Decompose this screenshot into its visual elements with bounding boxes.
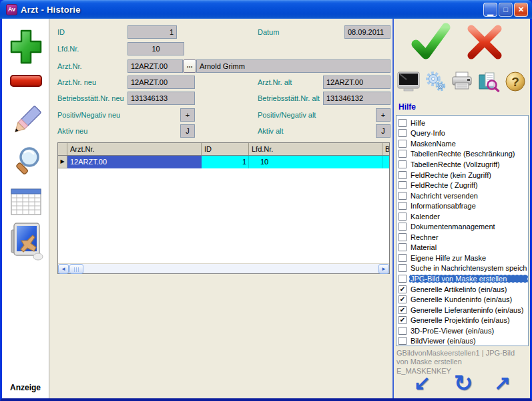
aktiv-neu-field[interactable]: J	[180, 124, 195, 138]
edit-button[interactable]	[7, 100, 45, 142]
row-marker-icon[interactable]: ▶	[58, 156, 67, 168]
checkbox-icon[interactable]	[398, 202, 407, 210]
delete-button[interactable]	[7, 72, 45, 91]
id-field[interactable]: 1	[127, 25, 177, 39]
checklist-item[interactable]: 3D-ProE-Viewer (ein/aus)	[396, 325, 528, 336]
checkbox-icon[interactable]	[398, 119, 407, 127]
title-bar[interactable]: Av Arzt - Historie ▁ □ ✕	[0, 0, 532, 19]
grid-cell-b[interactable]	[382, 156, 389, 168]
checkbox-icon[interactable]	[398, 192, 407, 200]
checklist-item-label: MaskenName	[409, 140, 457, 148]
arzt-name-field[interactable]: Arnold Grimm	[196, 59, 390, 73]
betriebsstaett-neu-field[interactable]: 131346133	[127, 92, 195, 105]
checklist-item[interactable]: Generelle Projektinfo (ein/aus)	[396, 315, 528, 325]
checklist-item[interactable]: Generelle Artikelinfo (ein/aus)	[396, 284, 528, 295]
checkbox-icon[interactable]	[398, 264, 407, 272]
grid-cell-lfdnr[interactable]: 10	[249, 156, 382, 168]
screen-view-button[interactable]	[397, 71, 420, 92]
grid-header-lfdnr[interactable]: Lfd.Nr.	[249, 143, 382, 155]
search-button[interactable]	[7, 146, 45, 183]
checklist-item[interactable]: Hilfe	[396, 118, 528, 128]
settings-button[interactable]	[424, 71, 447, 92]
grid-cell-arztnr[interactable]: 12ARZT.00	[67, 156, 202, 168]
positiv-negativ-alt-label: Positiv/Negativ alt	[258, 108, 316, 122]
positiv-negativ-alt-field[interactable]: +	[376, 108, 390, 122]
ok-button[interactable]	[410, 23, 451, 64]
aktiv-alt-field[interactable]: J	[376, 124, 390, 138]
checklist-item-label: Informationsabfrage	[409, 202, 477, 210]
datum-field[interactable]: 08.09.2011	[344, 25, 390, 39]
grid-header-id[interactable]: ID	[202, 143, 249, 155]
add-icon	[9, 27, 43, 68]
lfdnr-label: Lfd.Nr.	[57, 42, 79, 55]
checkbox-icon[interactable]	[398, 213, 407, 221]
checklist-item[interactable]: Generelle Lieferanteninfo (ein/aus)	[396, 305, 528, 315]
positiv-negativ-neu-field[interactable]: +	[180, 108, 195, 122]
scrollbar-thumb[interactable]	[69, 264, 83, 274]
checklist-item[interactable]: Eigene Hilfe zur Maske	[396, 253, 528, 263]
checklist-item-label: FeldRechte ( Zugriff)	[409, 181, 479, 189]
grid-cell-id[interactable]: 1	[202, 156, 249, 168]
checklist-item[interactable]: BildViewer (ein/aus)	[396, 336, 528, 346]
checklist-item[interactable]: Dokumentenmanagement	[396, 221, 528, 232]
checkbox-icon[interactable]	[398, 150, 407, 158]
add-button[interactable]	[7, 27, 45, 68]
scroll-right-icon[interactable]: ►	[378, 264, 389, 274]
checklist-item[interactable]: Rechner	[396, 232, 528, 243]
checkbox-icon[interactable]	[398, 140, 407, 148]
checklist-item[interactable]: Kalender	[396, 211, 528, 222]
maximize-button[interactable]: □	[499, 3, 513, 17]
arztnr-field[interactable]: 12ARZT.00	[127, 59, 183, 73]
history-grid: Arzt.Nr. ID Lfd.Nr. B ▶ 12ARZT.00 1 10 ◄…	[57, 142, 390, 274]
checkbox-icon[interactable]	[398, 223, 407, 231]
checklist-item[interactable]: Informationsabfrage	[396, 200, 528, 211]
checkbox-icon[interactable]	[398, 337, 407, 345]
checklist-item[interactable]: TabellenRechte (Beschränkung)	[396, 149, 528, 160]
nav-refresh-icon[interactable]: ↻	[454, 373, 473, 393]
arztnr-neu-field[interactable]: 12ARZT.00	[127, 76, 195, 89]
checkbox-icon[interactable]	[398, 295, 407, 303]
betriebsstaett-alt-field[interactable]: 131346132	[323, 92, 390, 105]
checklist-item[interactable]: Material	[396, 243, 528, 253]
grid-header-b[interactable]: B	[382, 143, 389, 155]
document-search-button[interactable]	[477, 71, 500, 92]
checkbox-icon[interactable]	[398, 181, 407, 189]
checklist-item[interactable]: TabellenRechte (Vollzugriff)	[396, 159, 528, 170]
checklist-item-label: Material	[409, 243, 438, 251]
checkbox-icon[interactable]	[398, 285, 407, 293]
checkbox-icon[interactable]	[398, 275, 407, 283]
checkbox-icon[interactable]	[398, 316, 407, 324]
table-view-button[interactable]	[7, 187, 45, 217]
grid-row[interactable]: ▶ 12ARZT.00 1 10	[58, 156, 389, 168]
screen-select-button[interactable]	[7, 221, 45, 262]
checkbox-icon[interactable]	[398, 129, 407, 137]
checklist-item[interactable]: FeldRechte (kein Zugriff)	[396, 170, 528, 180]
checklist-item[interactable]: Query-Info	[396, 128, 528, 139]
print-button[interactable]	[451, 71, 473, 92]
checklist-item[interactable]: JPG-Bild von Maske erstellen	[396, 273, 528, 284]
grid-header-arztnr[interactable]: Arzt.Nr.	[67, 143, 202, 155]
checkbox-icon[interactable]	[398, 233, 407, 241]
arztnr-browse-button[interactable]: ...	[183, 59, 196, 73]
help-button[interactable]: ?	[504, 71, 527, 92]
nav-back-icon[interactable]: ↙	[414, 373, 431, 393]
close-button[interactable]: ✕	[514, 3, 528, 17]
arztnr-alt-field[interactable]: 12ARZT.00	[323, 76, 390, 89]
cancel-button[interactable]	[464, 23, 505, 64]
scroll-left-icon[interactable]: ◄	[58, 264, 69, 274]
checklist-item[interactable]: MaskenName	[396, 138, 528, 149]
checklist-item[interactable]: Nachricht versenden	[396, 190, 528, 201]
checklist-item[interactable]: FeldRechte ( Zugriff)	[396, 180, 528, 190]
checkbox-icon[interactable]	[398, 306, 407, 314]
checklist-item[interactable]: Generelle Kundeninfo (ein/aus)	[396, 294, 528, 305]
nav-forward-icon[interactable]: ↗	[494, 373, 511, 393]
checkbox-icon[interactable]	[398, 327, 407, 335]
checkbox-icon[interactable]	[398, 254, 407, 262]
grid-horizontal-scrollbar[interactable]: ◄ ►	[58, 263, 389, 273]
minimize-button[interactable]: ▁	[483, 3, 497, 17]
checklist-item[interactable]: Suche in Nachrichtensystem speich	[396, 263, 528, 274]
lfdnr-field[interactable]: 10	[127, 42, 184, 55]
checkbox-icon[interactable]	[398, 171, 407, 179]
checkbox-icon[interactable]	[398, 243, 407, 251]
checkbox-icon[interactable]	[398, 160, 407, 168]
